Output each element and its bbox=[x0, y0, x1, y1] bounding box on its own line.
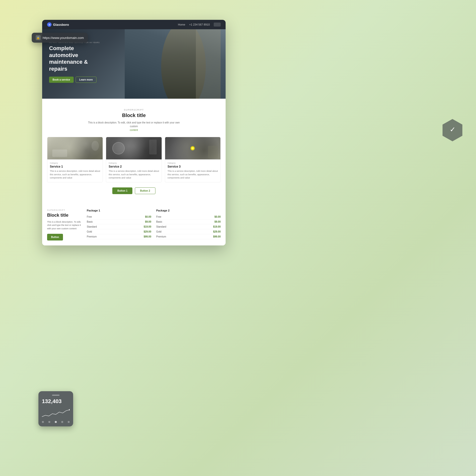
pricing-value: $9.00 bbox=[214, 220, 221, 223]
stats-dot bbox=[42, 421, 44, 423]
book-service-button[interactable]: Book a service bbox=[49, 77, 74, 83]
pricing-label: Free bbox=[87, 215, 92, 218]
pricing-value: $99.00 bbox=[213, 235, 221, 238]
service-card-3-category: Category bbox=[168, 162, 218, 164]
pricing-title: Block title bbox=[47, 213, 82, 218]
services-description: This is a block description. To edit, cl… bbox=[87, 121, 181, 132]
site-nav: ◎ Glassboro Home +1 234 567 8910 bbox=[42, 20, 226, 29]
pricing-row-free-1: Free $0.00 bbox=[87, 214, 151, 219]
nav-logo: ◎ Glassboro bbox=[47, 22, 69, 27]
pricing-value: $9.00 bbox=[145, 220, 151, 223]
service-card-3-image bbox=[165, 137, 220, 159]
cards-button-2[interactable]: Button 2 bbox=[135, 187, 155, 194]
pricing-value: $0.00 bbox=[145, 215, 151, 218]
service-card-2-title: Service 2 bbox=[109, 165, 159, 168]
pricing-row-basic-1: Basic $9.00 bbox=[87, 219, 151, 224]
pricing-left: SUPERSCRIPT Block title This is a block … bbox=[47, 209, 82, 241]
stats-number: 132,403 bbox=[42, 398, 70, 405]
services-section: SUPERSCRIPT Block title This is a block … bbox=[42, 99, 226, 202]
welder-figure bbox=[208, 146, 218, 158]
checkmark-icon: ✓ bbox=[450, 125, 455, 134]
learn-more-button[interactable]: Learn more bbox=[76, 77, 96, 83]
pricing-row-basic-2: Basic $9.00 bbox=[156, 219, 221, 224]
stats-dots bbox=[42, 421, 70, 423]
stats-dot-active bbox=[55, 421, 57, 423]
stats-chart bbox=[42, 408, 70, 417]
hero-buttons: Book a service Learn more bbox=[49, 77, 104, 83]
service-card-1-desc: This is a service description. Add more … bbox=[50, 170, 100, 180]
service-card-3: Category Service 3 This is a service des… bbox=[165, 137, 221, 182]
hero-content: REPAIR, MAINTAIN AND SERVICE FOR 44 YEAR… bbox=[49, 42, 104, 83]
service-card-2: Category Service 2 This is a service des… bbox=[106, 137, 162, 182]
service-card-2-category: Category bbox=[109, 162, 159, 164]
service-card-1-body: Category Service 1 This is a service des… bbox=[47, 159, 103, 182]
url-bar-widget: 🔒 https://www.yourdomain.com bbox=[32, 33, 88, 43]
pricing-label: Gold bbox=[156, 230, 161, 233]
pricing-label: Premium bbox=[87, 235, 97, 238]
pricing-table-1: Package 1 Free $0.00 Basic $9.00 Standar… bbox=[87, 209, 151, 241]
pricing-label: Basic bbox=[87, 220, 93, 223]
hero-figure-arm bbox=[196, 29, 221, 99]
pricing-label: Free bbox=[156, 215, 161, 218]
pricing-value: $19.00 bbox=[144, 225, 151, 228]
service-card-2-desc: This is a service description. Add more … bbox=[109, 170, 159, 180]
search-box[interactable] bbox=[214, 23, 221, 27]
pricing-section: SUPERSCRIPT Block title This is a block … bbox=[42, 202, 226, 246]
service-cards-container: Category Service 1 This is a service des… bbox=[47, 137, 221, 182]
nav-phone: +1 234 567 8910 bbox=[189, 23, 210, 26]
pricing-row-standard-2: Standard $19.00 bbox=[156, 224, 221, 229]
pricing-tables: Package 1 Free $0.00 Basic $9.00 Standar… bbox=[87, 209, 221, 241]
pricing-row-premium-1: Premium $99.00 bbox=[87, 234, 151, 239]
services-superscript: SUPERSCRIPT bbox=[47, 109, 221, 111]
stats-dot bbox=[48, 421, 50, 423]
pricing-value: $29.00 bbox=[144, 230, 151, 233]
hero-title: Complete automotive maintenance & repair… bbox=[49, 45, 104, 72]
pricing-table-1-title: Package 1 bbox=[87, 209, 151, 212]
welding-light bbox=[190, 146, 195, 151]
engine-part bbox=[52, 149, 67, 157]
pricing-row-free-2: Free $0.00 bbox=[156, 214, 221, 219]
pricing-row-premium-2: Premium $99.00 bbox=[156, 234, 221, 239]
logo-text: Glassboro bbox=[53, 23, 69, 27]
cards-button-1[interactable]: Button 1 bbox=[112, 187, 132, 194]
service-card-1-image bbox=[47, 137, 103, 159]
drag-handle bbox=[52, 395, 60, 396]
pricing-label: Standard bbox=[156, 225, 166, 228]
nav-home-link[interactable]: Home bbox=[178, 23, 185, 26]
pricing-row-gold-1: Gold $29.00 bbox=[87, 229, 151, 234]
service-card-3-title: Service 3 bbox=[168, 165, 218, 168]
pricing-table-2: Package 2 Free $0.00 Basic $9.00 Standar… bbox=[156, 209, 221, 241]
pricing-row-gold-2: Gold $29.00 bbox=[156, 229, 221, 234]
stats-widget: 132,403 bbox=[38, 391, 73, 426]
security-badge: ✓ bbox=[443, 119, 462, 141]
url-text: https://www.yourdomain.com bbox=[43, 36, 84, 40]
services-desc-link[interactable]: content bbox=[130, 129, 138, 131]
engine-part2 bbox=[149, 140, 157, 154]
service-card-1-title: Service 1 bbox=[50, 165, 100, 168]
browser-window: ◎ Glassboro Home +1 234 567 8910 REPAIR,… bbox=[42, 20, 226, 245]
pricing-label: Premium bbox=[156, 235, 166, 238]
lock-icon: 🔒 bbox=[36, 35, 41, 40]
pricing-label: Basic bbox=[156, 220, 162, 223]
pricing-button[interactable]: Button bbox=[47, 234, 63, 240]
logo-icon: ◎ bbox=[47, 22, 52, 27]
service-card-1-category: Category bbox=[50, 162, 100, 164]
pricing-superscript: SUPERSCRIPT bbox=[47, 209, 82, 211]
service-card-3-body: Category Service 3 This is a service des… bbox=[165, 159, 220, 182]
pricing-value: $19.00 bbox=[213, 225, 221, 228]
pricing-value: $29.00 bbox=[213, 230, 221, 233]
cards-buttons: Button 1 Button 2 bbox=[47, 187, 221, 194]
nav-links: Home +1 234 567 8910 bbox=[178, 23, 221, 27]
pricing-label: Gold bbox=[87, 230, 92, 233]
pricing-value: $0.00 bbox=[214, 215, 221, 218]
service-card-2-body: Category Service 2 This is a service des… bbox=[106, 159, 161, 182]
pricing-value: $99.00 bbox=[144, 235, 151, 238]
pricing-table-2-title: Package 2 bbox=[156, 209, 221, 212]
pricing-desc: This is a block description. To edit, cl… bbox=[47, 220, 82, 231]
services-title: Block title bbox=[47, 113, 221, 118]
service-card-3-desc: This is a service description. Add more … bbox=[168, 170, 218, 180]
stats-dot bbox=[68, 421, 70, 423]
pricing-label: Standard bbox=[87, 225, 97, 228]
engine-cylinder bbox=[112, 142, 125, 154]
stats-dot bbox=[61, 421, 63, 423]
